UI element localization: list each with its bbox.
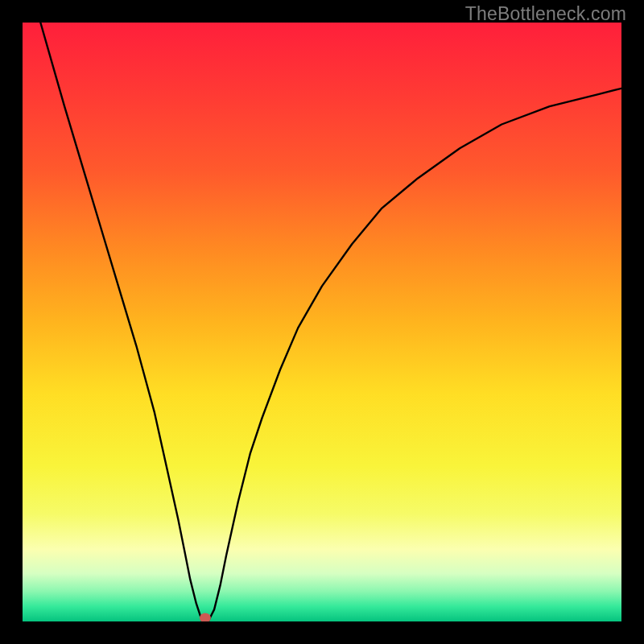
plot-area — [23, 23, 621, 621]
watermark-text: TheBottleneck.com — [465, 3, 626, 25]
chart-frame: TheBottleneck.com — [0, 0, 644, 644]
bottleneck-chart — [23, 23, 621, 621]
